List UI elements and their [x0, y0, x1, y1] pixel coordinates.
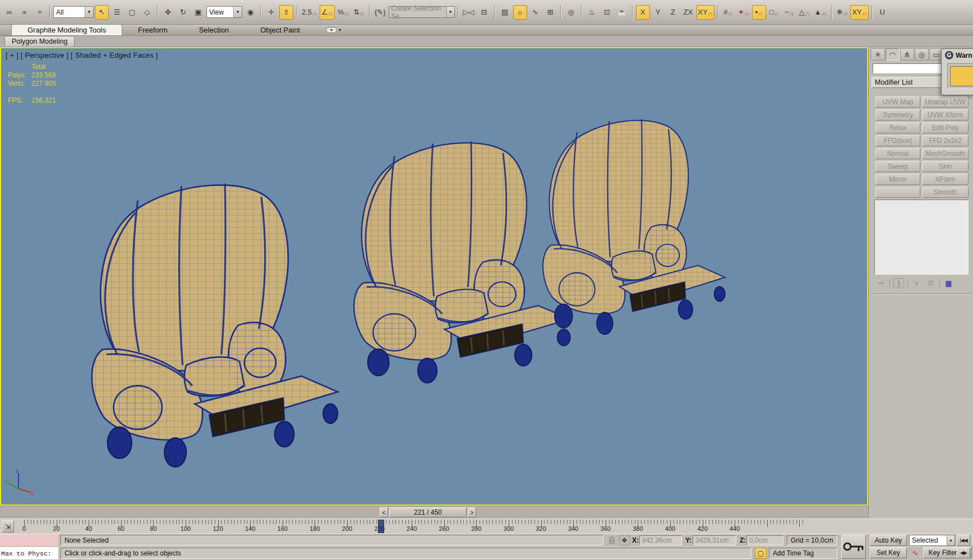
axis-constraint-y[interactable]: Y: [651, 5, 665, 20]
configure-modifier-sets-icon[interactable]: ▦: [943, 278, 954, 288]
coord-y-field[interactable]: 3429,31cm: [693, 535, 736, 545]
set-key-button[interactable]: Set Key: [870, 547, 907, 558]
spinner-snap-toggle[interactable]: ⇅∩: [352, 5, 366, 20]
snap-face-center[interactable]: ▲∩: [813, 5, 828, 20]
make-unique-icon[interactable]: ⋎: [911, 278, 922, 288]
chevron-down-icon[interactable]: ▼: [446, 7, 454, 17]
modifier-button-edit-poly[interactable]: Edit Poly: [922, 122, 969, 133]
layer-manager-button[interactable]: ▤: [498, 5, 512, 20]
recliner-chair-right[interactable]: [543, 119, 725, 335]
time-slider-prev-button[interactable]: <: [380, 507, 388, 517]
modifier-button-ffd-box-[interactable]: FFD(box): [875, 135, 920, 146]
curve-editor-button[interactable]: ∿: [528, 5, 542, 20]
snap-pivot[interactable]: ✦∩: [736, 5, 751, 20]
edit-named-selection-sets-button[interactable]: {✎}: [373, 5, 388, 20]
use-pivot-point-center-button[interactable]: ◉: [243, 5, 257, 20]
modifier-button-ffd-2x2x2[interactable]: FFD 2x2x2: [922, 135, 969, 146]
modifier-button-xform[interactable]: XForm: [922, 174, 969, 185]
named-selection-sets-dropdown[interactable]: Create Selection Se▼: [389, 6, 455, 18]
default-in-out-tangents-icon[interactable]: ∿: [909, 547, 921, 558]
modifier-button-mirror[interactable]: Mirror: [875, 174, 920, 185]
reference-coordinate-system-dropdown[interactable]: View▼: [206, 6, 242, 18]
maxscript-listener-input[interactable]: Max to Physc:: [0, 547, 58, 559]
selection-lock-toggle[interactable]: [607, 535, 617, 545]
tab-polygon-modeling[interactable]: Polygon Modeling: [4, 36, 75, 47]
select-and-rotate-button[interactable]: ↻: [176, 5, 190, 20]
maxscript-listener-pink-row[interactable]: [0, 534, 58, 546]
select-and-manipulate-button[interactable]: ✛: [264, 5, 278, 20]
modifier-stack-list[interactable]: [874, 200, 969, 275]
add-time-tag-button[interactable]: Add Time Tag: [769, 548, 837, 559]
coord-x-field[interactable]: 842,36cm: [639, 535, 682, 545]
remove-modifier-icon[interactable]: ∅: [925, 278, 936, 288]
cube-toggle-button[interactable]: ▢: [755, 548, 767, 559]
modifier-button-relax[interactable]: Relax: [875, 122, 920, 133]
render-setup-button[interactable]: ♨: [585, 5, 599, 20]
time-slider-handle[interactable]: 221 / 450: [389, 507, 467, 517]
select-and-scale-button[interactable]: ▣: [191, 5, 205, 20]
rectangular-selection-region-button[interactable]: ▢: [125, 5, 139, 20]
modifier-button-empty[interactable]: [875, 187, 920, 198]
bind-to-space-warp-button[interactable]: ≈: [33, 5, 47, 20]
warning-dialog-titlebar[interactable]: G Warn: [942, 49, 973, 61]
align-button[interactable]: ⊟: [477, 5, 491, 20]
open-mini-curve-editor-button[interactable]: ⇲: [2, 520, 14, 533]
snap-midpoint[interactable]: −∩: [782, 5, 796, 20]
recliner-chair-left[interactable]: [92, 183, 338, 466]
modifier-button-meshsmooth[interactable]: MeshSmooth: [922, 148, 969, 159]
warning-dialog[interactable]: G Warn: [941, 48, 973, 95]
select-and-move-button[interactable]: ✜: [161, 5, 175, 20]
coord-z-field[interactable]: 0,0cm: [746, 535, 783, 545]
unlink-selection-button[interactable]: ∝: [17, 5, 31, 20]
render-production-button[interactable]: ☕: [615, 5, 629, 20]
pin-stack-icon[interactable]: ⊸: [875, 278, 886, 288]
snap-endpoint[interactable]: □∩: [767, 5, 781, 20]
viewport-label[interactable]: [ + ] [ Perspective ] [ Shaded + Edged F…: [6, 51, 158, 59]
window-crossing-toggle[interactable]: ◇: [140, 5, 154, 20]
snap-xy-toggle[interactable]: XY∩: [850, 5, 868, 20]
go-to-start-button[interactable]: |◀◀: [957, 535, 970, 546]
modifier-button-unwrap-uvw[interactable]: Unwrap UVW: [922, 96, 969, 108]
key-mode-toggle-button[interactable]: ◀▶: [957, 547, 970, 558]
material-editor-button[interactable]: ◎: [564, 5, 578, 20]
snap-face[interactable]: △∩: [797, 5, 811, 20]
tab-motion[interactable]: ◎: [915, 48, 929, 61]
auto-key-button[interactable]: Auto Key: [870, 535, 907, 546]
modifier-button-sweep[interactable]: Sweep: [875, 161, 920, 172]
select-object-button[interactable]: ↖: [95, 5, 109, 20]
ribbon-tab-graphite-modeling-tools[interactable]: Graphite Modeling Tools: [11, 24, 122, 35]
ribbon-minimize-button[interactable]: ▼▾: [326, 26, 345, 34]
ribbon-tab-object-paint[interactable]: Object Paint: [245, 25, 316, 35]
selection-filter-dropdown[interactable]: All▼: [53, 6, 94, 18]
axis-constraint-x[interactable]: X: [636, 5, 650, 20]
tab-hierarchy[interactable]: ⋔: [900, 48, 914, 61]
absolute-mode-toggle[interactable]: ❖: [619, 535, 630, 545]
axis-constraint-xy-plane[interactable]: XY∩: [697, 5, 714, 20]
chevron-down-icon[interactable]: ▼: [233, 7, 242, 17]
tab-create[interactable]: ✳: [871, 48, 885, 61]
ribbon-tab-selection[interactable]: Selection: [183, 25, 245, 35]
key-selection-dropdown[interactable]: Selected ▼: [909, 535, 955, 546]
keyboard-shortcut-override-toggle[interactable]: ⇧: [279, 5, 293, 20]
modifier-button-uvw-xform[interactable]: UVW Xform: [922, 109, 969, 121]
percent-snap-toggle[interactable]: %∩: [336, 5, 351, 20]
set-keys-button[interactable]: [841, 535, 866, 559]
modifier-button-normal[interactable]: Normal: [875, 148, 920, 159]
select-and-link-button[interactable]: ∞: [2, 5, 16, 20]
modifier-button-smooth[interactable]: Smooth: [922, 187, 969, 198]
snaps-toggle-2-5[interactable]: 2.5∩: [300, 5, 319, 20]
schematic-view-button[interactable]: ⊞: [543, 5, 557, 20]
clipped-toolbar-item[interactable]: U: [875, 5, 889, 20]
recliner-chair-middle[interactable]: [354, 142, 570, 383]
axis-constraint-z[interactable]: Z: [666, 5, 680, 20]
rendered-frame-window-button[interactable]: ⊡: [600, 5, 614, 20]
angle-snap-toggle[interactable]: ∠∩: [320, 5, 335, 20]
select-by-name-button[interactable]: ☰: [110, 5, 124, 20]
mirror-button[interactable]: ▷◁: [462, 5, 476, 20]
snap-grid-points[interactable]: #∩: [721, 5, 735, 20]
track-bar[interactable]: ⇲ 02040608010012014016018020022024026028…: [0, 519, 973, 534]
axis-constraint-zx[interactable]: ZX: [681, 5, 695, 20]
chevron-down-icon[interactable]: ▼: [85, 7, 93, 17]
snap-frozen[interactable]: ❄∩: [835, 5, 850, 20]
modifier-button-symmetry[interactable]: Symmetry: [875, 109, 920, 121]
